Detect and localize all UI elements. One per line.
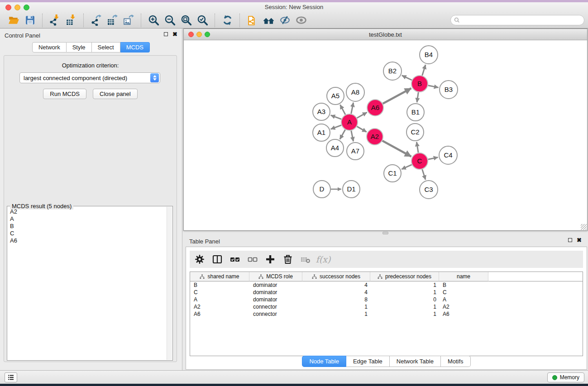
graph-edge-A-A6[interactable] <box>357 112 367 118</box>
mcds-result-item[interactable]: A6 <box>10 237 166 244</box>
column-header-MCDS-role[interactable]: MCDS role <box>249 272 302 281</box>
graph-node-C3[interactable]: C3 <box>420 181 438 199</box>
graph-edge-B-B3[interactable] <box>428 86 439 88</box>
panel-divider-handle[interactable] <box>382 232 388 234</box>
zoom-selected-button[interactable] <box>194 14 210 27</box>
close-table-panel-button[interactable]: ✖ <box>577 238 582 242</box>
graph-node-A8[interactable]: A8 <box>346 83 364 101</box>
graph-edge-A2-C[interactable] <box>382 141 411 157</box>
open-session-button[interactable] <box>5 14 22 27</box>
graph-edge-B-B4[interactable] <box>422 65 425 76</box>
graph-node-D[interactable]: D <box>313 181 330 198</box>
show-graphics-button[interactable] <box>293 14 309 27</box>
table-row[interactable]: A6connector11A6 <box>190 310 583 318</box>
search-box[interactable] <box>450 15 584 25</box>
column-header-successor-nodes[interactable]: successor nodes <box>302 272 370 281</box>
graph-edge-A-A7[interactable] <box>351 131 354 142</box>
graph-edge-A-A5[interactable] <box>340 105 345 114</box>
table-settings-button[interactable] <box>193 253 206 266</box>
create-column-button[interactable] <box>264 253 277 266</box>
houses-button[interactable] <box>260 14 277 27</box>
search-input[interactable] <box>460 17 584 24</box>
tab-mcds[interactable]: MCDS <box>120 42 150 52</box>
show-panels-button[interactable] <box>5 372 17 382</box>
optimization-criterion-dropdown[interactable]: largest connected component (directed) <box>19 72 160 83</box>
unselect-all-columns-button[interactable] <box>246 253 259 266</box>
graph-node-A6[interactable]: A6 <box>367 100 383 116</box>
new-network-from-selection-button[interactable] <box>244 14 260 27</box>
export-image-button[interactable] <box>120 14 137 27</box>
graph-edge-B-B1[interactable] <box>417 92 418 102</box>
graph-edge-C-C1[interactable] <box>402 165 412 169</box>
graph-edge-B-B2[interactable] <box>402 76 412 80</box>
graph-edge-A-A8[interactable] <box>351 103 354 114</box>
graph-edge-C-C3[interactable] <box>422 169 425 180</box>
graph-node-A5[interactable]: A5 <box>327 87 344 105</box>
run-mcds-button[interactable]: Run MCDS <box>43 89 86 99</box>
close-panel-button[interactable]: Close panel <box>93 89 138 99</box>
graph-edge-A6-B[interactable] <box>383 88 411 104</box>
mcds-result-item[interactable]: C <box>10 230 166 237</box>
mcds-result-item[interactable]: A <box>10 215 166 223</box>
tab-node-table[interactable]: Node Table <box>302 356 346 367</box>
hide-graphics-button[interactable] <box>277 14 293 27</box>
graph-node-D1[interactable]: D1 <box>343 181 360 198</box>
tab-style[interactable]: Style <box>67 42 92 52</box>
mcds-result-item[interactable]: B <box>10 223 166 230</box>
column-header-predecessor-nodes[interactable]: predecessor nodes <box>370 272 439 281</box>
delete-columns-button[interactable] <box>282 253 294 266</box>
tab-edge-table[interactable]: Edge Table <box>346 356 390 367</box>
mcds-result-list[interactable]: A2ABCA6 <box>10 208 166 359</box>
export-table-button[interactable] <box>104 14 120 27</box>
column-header-shared-name[interactable]: shared name <box>190 272 249 281</box>
table-row[interactable]: Adominator80A <box>190 296 583 303</box>
graph-edge-A-A4[interactable] <box>340 130 345 139</box>
tab-network[interactable]: Network <box>32 42 67 52</box>
scrollbar-track[interactable] <box>167 207 172 360</box>
resize-grip-icon[interactable] <box>581 224 587 230</box>
import-network-button[interactable] <box>47 14 63 27</box>
table-row[interactable]: Bdominator41B <box>190 281 583 289</box>
save-session-button[interactable] <box>22 14 38 27</box>
zoom-out-button[interactable] <box>162 14 178 27</box>
graph-edge-A-A3[interactable] <box>331 115 342 119</box>
tab-motifs[interactable]: Motifs <box>441 356 471 367</box>
function-builder-button[interactable]: f(x) <box>317 253 330 266</box>
graph-edge-C-C4[interactable] <box>428 157 438 160</box>
graph-node-A1[interactable]: A1 <box>313 124 330 141</box>
graph-node-C2[interactable]: C2 <box>406 124 424 141</box>
refresh-view-button[interactable] <box>219 14 235 27</box>
graph-node-B[interactable]: B <box>411 76 428 92</box>
float-panel-button[interactable] <box>164 32 168 36</box>
graph-node-B4[interactable]: B4 <box>420 46 438 64</box>
zoom-fit-button[interactable] <box>178 14 194 27</box>
graph-edge-C-C2[interactable] <box>416 142 418 153</box>
export-network-button[interactable] <box>88 14 104 27</box>
graph-node-A2[interactable]: A2 <box>367 129 383 145</box>
graph-node-B1[interactable]: B1 <box>407 104 424 121</box>
tab-select[interactable]: Select <box>92 42 120 52</box>
graph-edge-A-A2[interactable] <box>357 126 367 132</box>
table-row[interactable]: A2connector11A2 <box>190 303 583 310</box>
graph-node-A[interactable]: A <box>341 114 358 130</box>
table-mode-button[interactable] <box>211 253 224 266</box>
select-all-columns-button[interactable] <box>229 253 241 266</box>
graph-node-B2[interactable]: B2 <box>383 62 402 80</box>
graph-node-C1[interactable]: C1 <box>384 165 401 182</box>
graph-node-A4[interactable]: A4 <box>326 139 344 157</box>
network-graph[interactable]: B4B2BB3A5A8A6A3B1AA1C2A2A4A7C4CC1C3DD1 <box>184 41 587 230</box>
graph-node-C4[interactable]: C4 <box>439 146 457 164</box>
network-canvas[interactable]: B4B2BB3A5A8A6A3B1AA1C2A2A4A7C4CC1C3DD1 <box>184 41 587 230</box>
graph-node-A7[interactable]: A7 <box>347 143 364 160</box>
graph-node-C[interactable]: C <box>411 153 428 169</box>
table-row[interactable]: Cdominator41C <box>190 289 583 296</box>
close-panel-button[interactable]: ✖ <box>172 32 177 36</box>
graph-edge-A-A1[interactable] <box>331 125 342 129</box>
zoom-in-button[interactable] <box>145 14 162 27</box>
graph-node-A3[interactable]: A3 <box>313 103 330 120</box>
column-header-name[interactable]: name <box>439 272 488 281</box>
float-table-panel-button[interactable] <box>568 238 572 242</box>
tab-network-table[interactable]: Network Table <box>390 356 441 367</box>
network-window-titlebar[interactable]: testGlobe.txt <box>184 29 587 40</box>
mcds-result-item[interactable]: A2 <box>10 208 166 215</box>
